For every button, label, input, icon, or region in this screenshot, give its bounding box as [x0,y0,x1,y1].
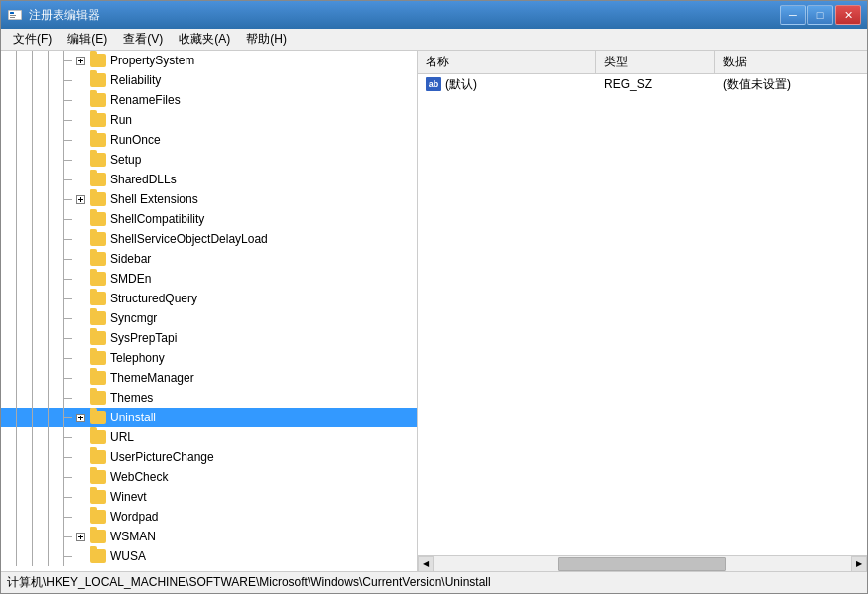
tree-expander[interactable] [72,529,88,544]
status-text: 计算机\HKEY_LOCAL_MACHINE\SOFTWARE\Microsof… [7,574,491,591]
menu-favorites[interactable]: 收藏夹(A) [171,29,238,50]
tree-item[interactable]: Uninstall [1,408,417,427]
tree-item[interactable]: Syncmgr [1,308,417,328]
tree-expander[interactable] [72,191,88,207]
string-value-icon: ab [426,77,441,91]
tree-item[interactable]: StructuredQuery [1,289,417,308]
folder-icon [90,73,106,87]
svg-rect-4 [10,17,15,18]
tree-item[interactable]: Shell Extensions [1,189,417,209]
tree-item-label: Reliability [110,73,161,87]
tree-item[interactable]: Winevt [1,487,417,507]
tree-item[interactable]: UserPictureChange [1,447,417,467]
svg-rect-3 [10,15,16,16]
col-header-type: 类型 [596,51,715,73]
folder-icon [90,470,106,484]
tree-item[interactable]: Wordpad [1,507,417,527]
tree-panel: PropertySystemReliabilityRenameFilesRunR… [1,51,418,571]
tree-item-label: Telephony [110,351,165,365]
scroll-right-button[interactable]: ▶ [851,556,867,572]
tree-expander[interactable] [72,410,88,425]
registry-editor-window: 注册表编辑器 ─ □ ✕ 文件(F) 编辑(E) 查看(V) 收藏夹(A) 帮助… [0,0,868,594]
tree-item[interactable]: WebCheck [1,467,417,487]
folder-icon [90,391,106,405]
tree-item[interactable]: URL [1,427,417,447]
tree-expander [72,251,88,267]
registry-row[interactable]: ab (默认) REG_SZ (数值未设置) [418,74,867,94]
tree-expander [72,112,88,128]
menu-view[interactable]: 查看(V) [115,29,171,50]
minimize-button[interactable]: ─ [780,5,806,25]
tree-expander [72,330,88,346]
tree-item[interactable]: Telephony [1,348,417,368]
tree-item-label: Uninstall [110,411,156,424]
scroll-track[interactable] [434,556,851,572]
folder-icon [90,113,106,127]
tree-item-label: Setup [110,153,141,167]
folder-icon [90,549,106,563]
tree-item-label: Syncmgr [110,311,157,325]
tree-item-label: ShellCompatibility [110,212,204,226]
tree-item-label: WSMAN [110,530,156,543]
value-type-cell: REG_SZ [596,74,715,94]
value-name-cell: ab (默认) [418,74,596,94]
tree-item[interactable]: WUSA [1,546,417,566]
folder-icon [90,430,106,444]
tree-item[interactable]: ShellServiceObjectDelayLoad [1,229,417,249]
maximize-button[interactable]: □ [807,5,833,25]
tree-expander [72,132,88,148]
tree-item[interactable]: Sidebar [1,249,417,269]
tree-item-label: Wordpad [110,510,158,524]
tree-item[interactable]: ThemeManager [1,368,417,388]
tree-expander [72,449,88,465]
folder-icon [90,292,106,305]
tree-item-label: SMDEn [110,272,151,286]
folder-icon [90,93,106,107]
tree-item[interactable]: Themes [1,388,417,408]
tree-item[interactable]: RunOnce [1,130,417,150]
scroll-thumb[interactable] [558,557,725,571]
folder-icon [90,173,106,186]
tree-item[interactable]: SMDEn [1,269,417,289]
tree-item[interactable]: WSMAN [1,527,417,546]
folder-icon [90,212,106,226]
folder-icon [90,510,106,524]
tree-item-label: RenameFiles [110,93,181,107]
tree-item-label: SysPrepTapi [110,331,177,345]
tree-scroll[interactable]: PropertySystemReliabilityRenameFilesRunR… [1,51,417,571]
tree-item[interactable]: Reliability [1,70,417,90]
tree-expander[interactable] [72,53,88,68]
tree-item-label: URL [110,430,134,444]
tree-item[interactable]: Setup [1,150,417,170]
window-controls: ─ □ ✕ [780,5,861,25]
tree-item[interactable]: PropertySystem [1,51,417,70]
main-content: PropertySystemReliabilityRenameFilesRunR… [1,51,867,571]
tree-expander [72,350,88,366]
tree-item-label: Winevt [110,490,147,504]
folder-icon [90,311,106,325]
folder-icon [90,153,106,167]
tree-item-label: Sidebar [110,252,151,266]
right-panel: 名称 类型 数据 ab (默认) REG_SZ (数值未设置) ◀ [418,51,867,571]
scroll-left-button[interactable]: ◀ [418,556,434,572]
tree-item-label: UserPictureChange [110,450,214,464]
tree-expander [72,469,88,485]
col-header-name: 名称 [418,51,596,73]
tree-item[interactable]: ShellCompatibility [1,209,417,229]
tree-expander [72,72,88,88]
tree-item[interactable]: RenameFiles [1,90,417,110]
tree-item[interactable]: SharedDLLs [1,170,417,189]
menu-file[interactable]: 文件(F) [5,29,60,50]
tree-item[interactable]: SysPrepTapi [1,328,417,348]
menu-edit[interactable]: 编辑(E) [60,29,115,50]
tree-expander [72,548,88,564]
col-header-data: 数据 [715,51,867,73]
tree-item-label: WebCheck [110,470,168,484]
folder-icon [90,232,106,246]
value-data-cell: (数值未设置) [715,74,867,94]
menu-help[interactable]: 帮助(H) [238,29,295,50]
tree-item[interactable]: Run [1,110,417,130]
tree-expander [72,489,88,505]
horizontal-scrollbar[interactable]: ◀ ▶ [418,555,867,571]
close-button[interactable]: ✕ [835,5,861,25]
